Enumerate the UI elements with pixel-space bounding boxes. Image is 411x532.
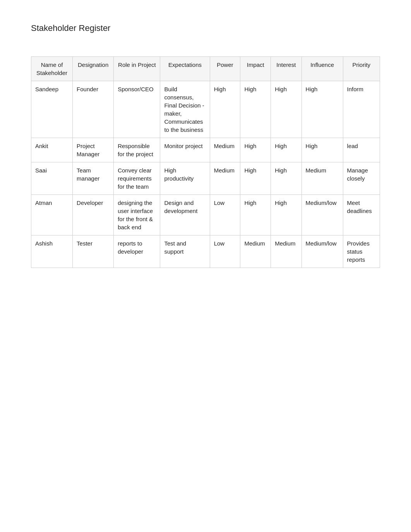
table-row: AtmanDeveloperdesigning the user interfa…	[31, 195, 380, 235]
cell-power: High	[210, 81, 240, 138]
cell-interest: High	[271, 195, 301, 235]
page-title: Stakeholder Register	[31, 23, 380, 33]
cell-impact: High	[240, 138, 271, 162]
cell-interest: High	[271, 81, 301, 138]
cell-designation: Team manager	[73, 162, 114, 195]
cell-role: Sponsor/CEO	[114, 81, 160, 138]
col-header-priority: Priority	[343, 57, 380, 81]
cell-influence: High	[301, 138, 343, 162]
cell-name: Ankit	[31, 138, 73, 162]
cell-role: Convey clear requirements for the team	[114, 162, 160, 195]
cell-name: Saai	[31, 162, 73, 195]
cell-influence: Medium/low	[301, 195, 343, 235]
cell-designation: Founder	[73, 81, 114, 138]
table-row: SandeepFounderSponsor/CEOBuild consensus…	[31, 81, 380, 138]
col-header-name: Name of Stakeholder	[31, 57, 73, 81]
col-header-expectations: Expectations	[160, 57, 210, 81]
col-header-interest: Interest	[271, 57, 301, 81]
cell-designation: Tester	[73, 235, 114, 268]
cell-designation: Project Manager	[73, 138, 114, 162]
cell-power: Low	[210, 235, 240, 268]
cell-power: Medium	[210, 162, 240, 195]
cell-interest: Medium	[271, 235, 301, 268]
cell-name: Sandeep	[31, 81, 73, 138]
cell-power: Medium	[210, 138, 240, 162]
cell-name: Atman	[31, 195, 73, 235]
cell-role: Responsible for the project	[114, 138, 160, 162]
col-header-influence: Influence	[301, 57, 343, 81]
cell-power: Low	[210, 195, 240, 235]
col-header-impact: Impact	[240, 57, 271, 81]
cell-priority: Inform	[343, 81, 380, 138]
cell-expectations: High productivity	[160, 162, 210, 195]
cell-impact: Medium	[240, 235, 271, 268]
cell-influence: Medium	[301, 162, 343, 195]
col-header-power: Power	[210, 57, 240, 81]
cell-expectations: Test and support	[160, 235, 210, 268]
col-header-role: Role in Project	[114, 57, 160, 81]
cell-interest: High	[271, 138, 301, 162]
col-header-designation: Designation	[73, 57, 114, 81]
stakeholder-table: Name of Stakeholder Designation Role in …	[31, 56, 380, 268]
cell-influence: High	[301, 81, 343, 138]
cell-impact: High	[240, 81, 271, 138]
cell-influence: Medium/low	[301, 235, 343, 268]
cell-name: Ashish	[31, 235, 73, 268]
cell-priority: lead	[343, 138, 380, 162]
table-row: AshishTesterreports to developerTest and…	[31, 235, 380, 268]
cell-impact: High	[240, 162, 271, 195]
table-row: AnkitProject ManagerResponsible for the …	[31, 138, 380, 162]
table-row: SaaiTeam managerConvey clear requirement…	[31, 162, 380, 195]
cell-designation: Developer	[73, 195, 114, 235]
cell-expectations: Design and development	[160, 195, 210, 235]
cell-interest: High	[271, 162, 301, 195]
cell-expectations: Build consensus, Final Decision -maker, …	[160, 81, 210, 138]
table-header-row: Name of Stakeholder Designation Role in …	[31, 57, 380, 81]
cell-priority: Provides status reports	[343, 235, 380, 268]
cell-priority: Manage closely	[343, 162, 380, 195]
cell-priority: Meet deadlines	[343, 195, 380, 235]
cell-expectations: Monitor project	[160, 138, 210, 162]
cell-impact: High	[240, 195, 271, 235]
cell-role: reports to developer	[114, 235, 160, 268]
cell-role: designing the user interface for the fro…	[114, 195, 160, 235]
